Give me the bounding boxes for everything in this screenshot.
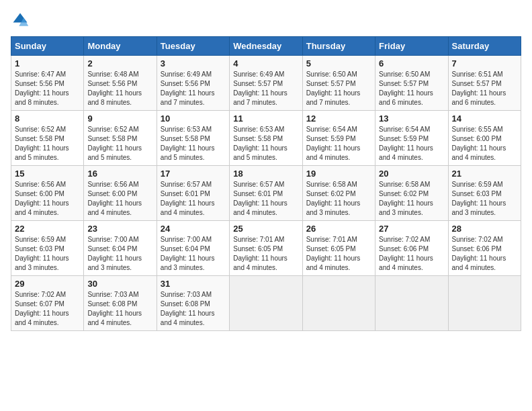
day-info: Sunrise: 6:53 AM Sunset: 5:58 PM Dayligh… <box>233 125 298 163</box>
sunrise-label: Sunrise: 6:57 AM <box>233 181 284 188</box>
calendar-day-cell: 21 Sunrise: 6:59 AM Sunset: 6:03 PM Dayl… <box>448 166 521 221</box>
calendar-day-cell: 17 Sunrise: 6:57 AM Sunset: 6:01 PM Dayl… <box>157 166 229 221</box>
calendar-day-cell: 6 Sunrise: 6:50 AM Sunset: 5:57 PM Dayli… <box>375 56 448 111</box>
sunset-label: Sunset: 5:59 PM <box>379 135 429 142</box>
sunset-label: Sunset: 6:06 PM <box>452 245 502 253</box>
sunset-label: Sunset: 6:08 PM <box>87 300 137 308</box>
daylight-label: Daylight: 11 hours and 3 minutes. <box>306 199 361 216</box>
daylight-label: Daylight: 11 hours and 3 minutes. <box>161 255 215 271</box>
day-number: 21 <box>452 169 517 179</box>
daylight-label: Daylight: 11 hours and 4 minutes. <box>15 310 69 326</box>
sunrise-label: Sunrise: 6:59 AM <box>452 181 503 188</box>
day-number: 4 <box>233 58 298 68</box>
calendar-day-cell: 10 Sunrise: 6:53 AM Sunset: 5:58 PM Dayl… <box>157 111 229 166</box>
sunset-label: Sunset: 5:58 PM <box>233 135 283 142</box>
day-number: 25 <box>233 224 298 234</box>
day-info: Sunrise: 7:01 AM Sunset: 6:05 PM Dayligh… <box>306 235 371 273</box>
calendar-day-cell: 31 Sunrise: 7:03 AM Sunset: 6:08 PM Dayl… <box>157 276 229 331</box>
calendar-day-cell: 20 Sunrise: 6:58 AM Sunset: 6:02 PM Dayl… <box>375 166 448 221</box>
sunrise-label: Sunrise: 6:58 AM <box>379 181 430 188</box>
day-info: Sunrise: 7:02 AM Sunset: 6:07 PM Dayligh… <box>15 290 80 328</box>
day-info: Sunrise: 7:00 AM Sunset: 6:04 PM Dayligh… <box>87 235 152 273</box>
calendar-day-cell: 1 Sunrise: 6:47 AM Sunset: 5:56 PM Dayli… <box>11 56 84 111</box>
calendar-day-cell: 30 Sunrise: 7:03 AM Sunset: 6:08 PM Dayl… <box>84 276 157 331</box>
calendar-day-cell: 3 Sunrise: 6:49 AM Sunset: 5:56 PM Dayli… <box>157 56 229 111</box>
calendar-day-cell: 13 Sunrise: 6:54 AM Sunset: 5:59 PM Dayl… <box>375 111 448 166</box>
daylight-label: Daylight: 11 hours and 6 minutes. <box>379 89 433 106</box>
calendar-week-row: 15 Sunrise: 6:56 AM Sunset: 6:00 PM Dayl… <box>11 166 521 221</box>
day-number: 2 <box>87 58 152 68</box>
logo-icon <box>11 11 30 30</box>
day-info: Sunrise: 7:01 AM Sunset: 6:05 PM Dayligh… <box>233 235 298 273</box>
day-number: 9 <box>87 113 152 124</box>
calendar-day-cell: 23 Sunrise: 7:00 AM Sunset: 6:04 PM Dayl… <box>84 221 157 276</box>
sunset-label: Sunset: 6:04 PM <box>161 245 210 253</box>
sunset-label: Sunset: 6:00 PM <box>15 190 64 197</box>
sunset-label: Sunset: 6:01 PM <box>161 190 210 197</box>
day-number: 26 <box>306 224 371 234</box>
day-number: 3 <box>161 58 226 68</box>
sunrise-label: Sunrise: 6:47 AM <box>15 71 66 78</box>
sunrise-label: Sunrise: 6:50 AM <box>379 71 430 78</box>
daylight-label: Daylight: 11 hours and 7 minutes. <box>306 89 361 106</box>
day-number: 20 <box>379 169 444 179</box>
day-info: Sunrise: 7:00 AM Sunset: 6:04 PM Dayligh… <box>161 235 226 273</box>
weekday-header: Sunday <box>11 37 84 56</box>
sunrise-label: Sunrise: 7:01 AM <box>306 236 357 243</box>
sunset-label: Sunset: 6:02 PM <box>306 190 356 197</box>
calendar-day-cell: 12 Sunrise: 6:54 AM Sunset: 5:59 PM Dayl… <box>302 111 375 166</box>
page-header <box>11 11 521 30</box>
sunrise-label: Sunrise: 6:51 AM <box>452 71 503 78</box>
day-info: Sunrise: 6:53 AM Sunset: 5:58 PM Dayligh… <box>161 125 226 163</box>
daylight-label: Daylight: 11 hours and 8 minutes. <box>15 89 69 106</box>
day-info: Sunrise: 7:02 AM Sunset: 6:06 PM Dayligh… <box>452 235 517 273</box>
sunrise-label: Sunrise: 6:57 AM <box>161 181 212 188</box>
sunset-label: Sunset: 5:57 PM <box>452 80 502 87</box>
day-number: 19 <box>306 169 371 179</box>
day-info: Sunrise: 6:56 AM Sunset: 6:00 PM Dayligh… <box>87 180 152 218</box>
calendar-table: SundayMondayTuesdayWednesdayThursdayFrid… <box>11 36 521 331</box>
day-info: Sunrise: 6:54 AM Sunset: 5:59 PM Dayligh… <box>379 125 444 163</box>
day-number: 24 <box>161 224 226 234</box>
sunrise-label: Sunrise: 7:03 AM <box>161 291 212 298</box>
weekday-header: Friday <box>375 37 448 56</box>
day-info: Sunrise: 6:55 AM Sunset: 6:00 PM Dayligh… <box>452 125 517 163</box>
day-number: 6 <box>379 58 444 68</box>
daylight-label: Daylight: 11 hours and 3 minutes. <box>452 199 506 216</box>
sunset-label: Sunset: 6:05 PM <box>233 245 283 253</box>
day-number: 22 <box>15 224 80 234</box>
calendar-day-cell: 14 Sunrise: 6:55 AM Sunset: 6:00 PM Dayl… <box>448 111 521 166</box>
calendar-day-cell: 25 Sunrise: 7:01 AM Sunset: 6:05 PM Dayl… <box>230 221 302 276</box>
sunrise-label: Sunrise: 6:53 AM <box>233 126 284 133</box>
calendar-day-cell: 11 Sunrise: 6:53 AM Sunset: 5:58 PM Dayl… <box>230 111 302 166</box>
calendar-day-cell: 24 Sunrise: 7:00 AM Sunset: 6:04 PM Dayl… <box>157 221 229 276</box>
sunset-label: Sunset: 5:58 PM <box>15 135 64 142</box>
daylight-label: Daylight: 11 hours and 4 minutes. <box>379 255 433 271</box>
sunset-label: Sunset: 6:02 PM <box>379 190 429 197</box>
day-info: Sunrise: 6:57 AM Sunset: 6:01 PM Dayligh… <box>161 180 226 218</box>
weekday-header: Thursday <box>302 37 375 56</box>
day-number: 16 <box>87 169 152 179</box>
logo <box>11 11 32 30</box>
sunset-label: Sunset: 6:03 PM <box>452 190 502 197</box>
sunset-label: Sunset: 6:00 PM <box>452 135 502 142</box>
day-info: Sunrise: 6:52 AM Sunset: 5:58 PM Dayligh… <box>87 125 152 163</box>
daylight-label: Daylight: 11 hours and 4 minutes. <box>379 144 433 161</box>
calendar-day-cell: 7 Sunrise: 6:51 AM Sunset: 5:57 PM Dayli… <box>448 56 521 111</box>
day-info: Sunrise: 6:50 AM Sunset: 5:57 PM Dayligh… <box>379 70 444 107</box>
day-info: Sunrise: 6:59 AM Sunset: 6:03 PM Dayligh… <box>452 180 517 218</box>
sunset-label: Sunset: 5:57 PM <box>306 80 356 87</box>
daylight-label: Daylight: 11 hours and 4 minutes. <box>452 255 506 271</box>
daylight-label: Daylight: 11 hours and 7 minutes. <box>161 89 215 106</box>
daylight-label: Daylight: 11 hours and 5 minutes. <box>233 144 287 161</box>
daylight-label: Daylight: 11 hours and 5 minutes. <box>161 144 215 161</box>
day-number: 31 <box>161 279 226 289</box>
day-info: Sunrise: 6:58 AM Sunset: 6:02 PM Dayligh… <box>379 180 444 218</box>
day-number: 11 <box>233 113 298 124</box>
sunset-label: Sunset: 6:05 PM <box>306 245 356 253</box>
day-number: 27 <box>379 224 444 234</box>
day-number: 12 <box>306 113 371 124</box>
day-info: Sunrise: 6:51 AM Sunset: 5:57 PM Dayligh… <box>452 70 517 107</box>
day-info: Sunrise: 6:49 AM Sunset: 5:57 PM Dayligh… <box>233 70 298 107</box>
day-number: 1 <box>15 58 80 68</box>
